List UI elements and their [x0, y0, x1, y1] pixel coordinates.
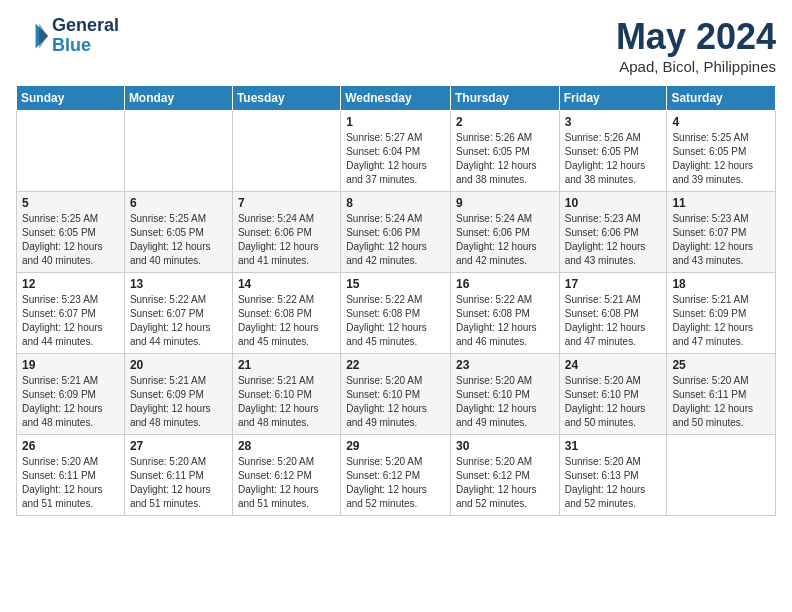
day-info: Sunrise: 5:25 AM Sunset: 6:05 PM Dayligh…: [130, 212, 227, 268]
day-info: Sunrise: 5:23 AM Sunset: 6:07 PM Dayligh…: [22, 293, 119, 349]
logo: General Blue: [16, 16, 119, 56]
calendar-cell: [667, 435, 776, 516]
day-number: 2: [456, 115, 554, 129]
day-number: 12: [22, 277, 119, 291]
calendar-cell: 2Sunrise: 5:26 AM Sunset: 6:05 PM Daylig…: [450, 111, 559, 192]
day-info: Sunrise: 5:20 AM Sunset: 6:13 PM Dayligh…: [565, 455, 662, 511]
day-info: Sunrise: 5:25 AM Sunset: 6:05 PM Dayligh…: [22, 212, 119, 268]
day-info: Sunrise: 5:20 AM Sunset: 6:10 PM Dayligh…: [346, 374, 445, 430]
weekday-header-sunday: Sunday: [17, 86, 125, 111]
day-info: Sunrise: 5:27 AM Sunset: 6:04 PM Dayligh…: [346, 131, 445, 187]
day-info: Sunrise: 5:20 AM Sunset: 6:11 PM Dayligh…: [130, 455, 227, 511]
calendar-cell: 1Sunrise: 5:27 AM Sunset: 6:04 PM Daylig…: [341, 111, 451, 192]
day-number: 19: [22, 358, 119, 372]
day-number: 3: [565, 115, 662, 129]
day-number: 9: [456, 196, 554, 210]
calendar-cell: 17Sunrise: 5:21 AM Sunset: 6:08 PM Dayli…: [559, 273, 667, 354]
calendar-cell: 3Sunrise: 5:26 AM Sunset: 6:05 PM Daylig…: [559, 111, 667, 192]
weekday-header-saturday: Saturday: [667, 86, 776, 111]
calendar-cell: 6Sunrise: 5:25 AM Sunset: 6:05 PM Daylig…: [124, 192, 232, 273]
day-number: 24: [565, 358, 662, 372]
day-info: Sunrise: 5:22 AM Sunset: 6:08 PM Dayligh…: [346, 293, 445, 349]
calendar-cell: 4Sunrise: 5:25 AM Sunset: 6:05 PM Daylig…: [667, 111, 776, 192]
calendar-cell: 25Sunrise: 5:20 AM Sunset: 6:11 PM Dayli…: [667, 354, 776, 435]
day-info: Sunrise: 5:20 AM Sunset: 6:10 PM Dayligh…: [456, 374, 554, 430]
calendar-cell: 31Sunrise: 5:20 AM Sunset: 6:13 PM Dayli…: [559, 435, 667, 516]
day-info: Sunrise: 5:24 AM Sunset: 6:06 PM Dayligh…: [346, 212, 445, 268]
day-number: 10: [565, 196, 662, 210]
day-number: 23: [456, 358, 554, 372]
calendar-cell: 20Sunrise: 5:21 AM Sunset: 6:09 PM Dayli…: [124, 354, 232, 435]
day-number: 30: [456, 439, 554, 453]
day-info: Sunrise: 5:20 AM Sunset: 6:11 PM Dayligh…: [672, 374, 770, 430]
calendar-cell: 15Sunrise: 5:22 AM Sunset: 6:08 PM Dayli…: [341, 273, 451, 354]
day-number: 26: [22, 439, 119, 453]
day-info: Sunrise: 5:20 AM Sunset: 6:10 PM Dayligh…: [565, 374, 662, 430]
calendar-cell: [124, 111, 232, 192]
calendar-cell: [17, 111, 125, 192]
day-info: Sunrise: 5:20 AM Sunset: 6:12 PM Dayligh…: [238, 455, 335, 511]
day-info: Sunrise: 5:24 AM Sunset: 6:06 PM Dayligh…: [238, 212, 335, 268]
calendar: SundayMondayTuesdayWednesdayThursdayFrid…: [16, 85, 776, 516]
calendar-cell: 22Sunrise: 5:20 AM Sunset: 6:10 PM Dayli…: [341, 354, 451, 435]
day-info: Sunrise: 5:21 AM Sunset: 6:10 PM Dayligh…: [238, 374, 335, 430]
day-number: 13: [130, 277, 227, 291]
weekday-header-wednesday: Wednesday: [341, 86, 451, 111]
day-number: 15: [346, 277, 445, 291]
calendar-cell: 16Sunrise: 5:22 AM Sunset: 6:08 PM Dayli…: [450, 273, 559, 354]
day-number: 25: [672, 358, 770, 372]
calendar-cell: 14Sunrise: 5:22 AM Sunset: 6:08 PM Dayli…: [232, 273, 340, 354]
day-number: 22: [346, 358, 445, 372]
weekday-header-thursday: Thursday: [450, 86, 559, 111]
calendar-cell: 12Sunrise: 5:23 AM Sunset: 6:07 PM Dayli…: [17, 273, 125, 354]
day-info: Sunrise: 5:22 AM Sunset: 6:08 PM Dayligh…: [456, 293, 554, 349]
location: Apad, Bicol, Philippines: [616, 58, 776, 75]
day-number: 18: [672, 277, 770, 291]
day-number: 5: [22, 196, 119, 210]
day-number: 7: [238, 196, 335, 210]
calendar-cell: 29Sunrise: 5:20 AM Sunset: 6:12 PM Dayli…: [341, 435, 451, 516]
day-number: 28: [238, 439, 335, 453]
weekday-header-friday: Friday: [559, 86, 667, 111]
day-info: Sunrise: 5:20 AM Sunset: 6:12 PM Dayligh…: [346, 455, 445, 511]
calendar-cell: 18Sunrise: 5:21 AM Sunset: 6:09 PM Dayli…: [667, 273, 776, 354]
day-info: Sunrise: 5:20 AM Sunset: 6:11 PM Dayligh…: [22, 455, 119, 511]
svg-marker-1: [39, 23, 48, 48]
calendar-cell: 9Sunrise: 5:24 AM Sunset: 6:06 PM Daylig…: [450, 192, 559, 273]
day-number: 21: [238, 358, 335, 372]
calendar-cell: 30Sunrise: 5:20 AM Sunset: 6:12 PM Dayli…: [450, 435, 559, 516]
day-number: 31: [565, 439, 662, 453]
day-number: 6: [130, 196, 227, 210]
day-info: Sunrise: 5:23 AM Sunset: 6:07 PM Dayligh…: [672, 212, 770, 268]
day-info: Sunrise: 5:25 AM Sunset: 6:05 PM Dayligh…: [672, 131, 770, 187]
day-info: Sunrise: 5:23 AM Sunset: 6:06 PM Dayligh…: [565, 212, 662, 268]
calendar-cell: [232, 111, 340, 192]
day-info: Sunrise: 5:22 AM Sunset: 6:07 PM Dayligh…: [130, 293, 227, 349]
day-number: 11: [672, 196, 770, 210]
calendar-cell: 26Sunrise: 5:20 AM Sunset: 6:11 PM Dayli…: [17, 435, 125, 516]
calendar-cell: 21Sunrise: 5:21 AM Sunset: 6:10 PM Dayli…: [232, 354, 340, 435]
day-number: 27: [130, 439, 227, 453]
day-info: Sunrise: 5:21 AM Sunset: 6:09 PM Dayligh…: [672, 293, 770, 349]
day-info: Sunrise: 5:21 AM Sunset: 6:08 PM Dayligh…: [565, 293, 662, 349]
day-number: 16: [456, 277, 554, 291]
day-info: Sunrise: 5:21 AM Sunset: 6:09 PM Dayligh…: [130, 374, 227, 430]
calendar-cell: 10Sunrise: 5:23 AM Sunset: 6:06 PM Dayli…: [559, 192, 667, 273]
day-number: 29: [346, 439, 445, 453]
day-number: 4: [672, 115, 770, 129]
day-info: Sunrise: 5:21 AM Sunset: 6:09 PM Dayligh…: [22, 374, 119, 430]
title-block: May 2024 Apad, Bicol, Philippines: [616, 16, 776, 75]
calendar-cell: 23Sunrise: 5:20 AM Sunset: 6:10 PM Dayli…: [450, 354, 559, 435]
day-number: 20: [130, 358, 227, 372]
page-header: General Blue May 2024 Apad, Bicol, Phili…: [16, 16, 776, 75]
day-info: Sunrise: 5:24 AM Sunset: 6:06 PM Dayligh…: [456, 212, 554, 268]
calendar-cell: 11Sunrise: 5:23 AM Sunset: 6:07 PM Dayli…: [667, 192, 776, 273]
day-number: 1: [346, 115, 445, 129]
calendar-cell: 5Sunrise: 5:25 AM Sunset: 6:05 PM Daylig…: [17, 192, 125, 273]
calendar-cell: 27Sunrise: 5:20 AM Sunset: 6:11 PM Dayli…: [124, 435, 232, 516]
calendar-cell: 24Sunrise: 5:20 AM Sunset: 6:10 PM Dayli…: [559, 354, 667, 435]
weekday-header-monday: Monday: [124, 86, 232, 111]
calendar-cell: 8Sunrise: 5:24 AM Sunset: 6:06 PM Daylig…: [341, 192, 451, 273]
calendar-cell: 7Sunrise: 5:24 AM Sunset: 6:06 PM Daylig…: [232, 192, 340, 273]
weekday-header-tuesday: Tuesday: [232, 86, 340, 111]
